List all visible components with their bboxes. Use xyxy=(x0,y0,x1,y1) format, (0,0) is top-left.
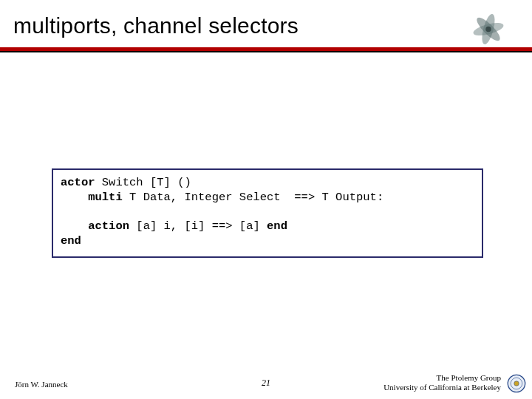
code-indent xyxy=(61,219,88,233)
keyword-actor: actor xyxy=(61,176,95,189)
title-rule-black xyxy=(0,51,532,52)
propeller-logo xyxy=(466,4,511,50)
university-seal-icon xyxy=(507,374,526,393)
svg-point-3 xyxy=(485,27,491,32)
keyword-end: end xyxy=(61,234,81,248)
slide: multiports, channel selectors actor Swit… xyxy=(0,0,532,399)
footer-affiliation: The Ptolemy Group University of Californ… xyxy=(383,373,501,394)
code-listing: actor Switch [T] () multi T Data, Intege… xyxy=(61,176,474,249)
code-text: [a] i, [i] ==> [a] xyxy=(129,219,267,233)
footer-group: The Ptolemy Group xyxy=(383,373,501,383)
keyword-end-inline: end xyxy=(267,219,287,233)
keyword-multi: multi xyxy=(88,191,123,204)
code-text: T Data, Integer Select ==> T Output: xyxy=(123,191,383,204)
page-title: multiports, channel selectors xyxy=(13,13,299,38)
code-text: Switch [T] () xyxy=(95,176,191,189)
code-box: actor Switch [T] () multi T Data, Intege… xyxy=(52,168,483,258)
svg-point-6 xyxy=(514,381,519,386)
footer-university: University of California at Berkeley xyxy=(383,383,501,393)
code-indent xyxy=(61,191,88,204)
keyword-action: action xyxy=(88,219,129,233)
